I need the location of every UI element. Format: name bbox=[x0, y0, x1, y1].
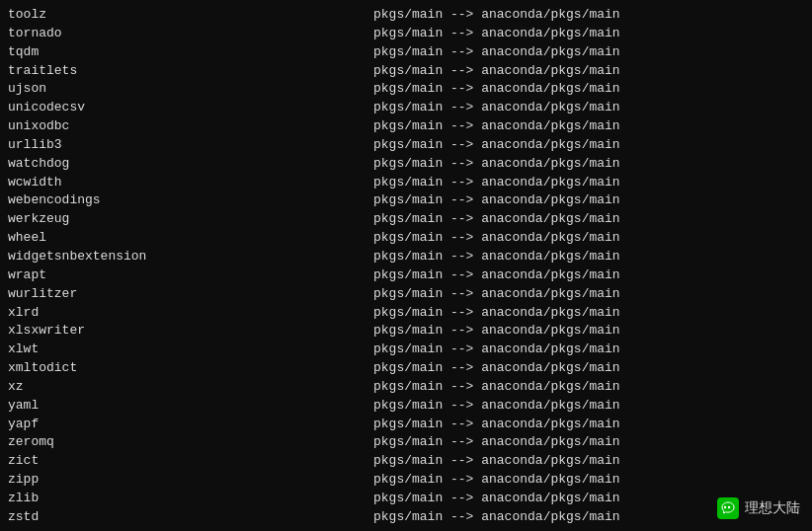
package-name: webencodings bbox=[8, 191, 373, 210]
package-name: unicodecsv bbox=[8, 99, 373, 117]
list-item: xlwtpkgs/main --> anaconda/pkgs/main bbox=[8, 341, 804, 359]
package-name: xlsxwriter bbox=[8, 322, 373, 341]
channel-info: pkgs/main --> anaconda/pkgs/main bbox=[373, 6, 620, 25]
channel-info: pkgs/main --> anaconda/pkgs/main bbox=[373, 341, 620, 359]
channel-info: pkgs/main --> anaconda/pkgs/main bbox=[373, 266, 620, 285]
list-item: webencodingspkgs/main --> anaconda/pkgs/… bbox=[8, 191, 804, 210]
channel-info: pkgs/main --> anaconda/pkgs/main bbox=[373, 508, 620, 527]
list-item: xlrdpkgs/main --> anaconda/pkgs/main bbox=[8, 304, 804, 323]
package-name: wcwidth bbox=[8, 174, 373, 192]
list-item: zipppkgs/main --> anaconda/pkgs/main bbox=[8, 471, 804, 490]
list-item: tqdmpkgs/main --> anaconda/pkgs/main bbox=[8, 43, 804, 62]
package-name: widgetsnbextension bbox=[8, 248, 373, 266]
package-name: zipp bbox=[8, 471, 373, 490]
package-name: toolz bbox=[8, 6, 373, 25]
package-name: watchdog bbox=[8, 155, 373, 174]
wechat-icon bbox=[717, 497, 739, 519]
terminal: toolzpkgs/main --> anaconda/pkgs/maintor… bbox=[0, 0, 812, 531]
channel-info: pkgs/main --> anaconda/pkgs/main bbox=[373, 471, 620, 490]
list-item: unicodecsvpkgs/main --> anaconda/pkgs/ma… bbox=[8, 99, 804, 117]
channel-info: pkgs/main --> anaconda/pkgs/main bbox=[373, 452, 620, 471]
channel-info: pkgs/main --> anaconda/pkgs/main bbox=[373, 416, 620, 434]
channel-info: pkgs/main --> anaconda/pkgs/main bbox=[373, 62, 620, 81]
package-name: wurlitzer bbox=[8, 285, 373, 304]
list-item: ujsonpkgs/main --> anaconda/pkgs/main bbox=[8, 80, 804, 99]
package-name: xmltodict bbox=[8, 359, 373, 378]
svg-point-0 bbox=[724, 506, 726, 508]
package-list: toolzpkgs/main --> anaconda/pkgs/maintor… bbox=[8, 6, 804, 527]
channel-info: pkgs/main --> anaconda/pkgs/main bbox=[373, 136, 620, 155]
list-item: xlsxwriterpkgs/main --> anaconda/pkgs/ma… bbox=[8, 322, 804, 341]
list-item: wheelpkgs/main --> anaconda/pkgs/main bbox=[8, 229, 804, 248]
channel-info: pkgs/main --> anaconda/pkgs/main bbox=[373, 490, 620, 508]
list-item: yamlpkgs/main --> anaconda/pkgs/main bbox=[8, 397, 804, 416]
package-name: zstd bbox=[8, 508, 373, 527]
package-name: zict bbox=[8, 452, 373, 471]
channel-info: pkgs/main --> anaconda/pkgs/main bbox=[373, 359, 620, 378]
package-name: zeromq bbox=[8, 433, 373, 452]
list-item: widgetsnbextensionpkgs/main --> anaconda… bbox=[8, 248, 804, 266]
package-name: traitlets bbox=[8, 62, 373, 81]
channel-info: pkgs/main --> anaconda/pkgs/main bbox=[373, 378, 620, 397]
list-item: wurlitzerpkgs/main --> anaconda/pkgs/mai… bbox=[8, 285, 804, 304]
watermark: 理想大陆 bbox=[717, 497, 800, 519]
channel-info: pkgs/main --> anaconda/pkgs/main bbox=[373, 25, 620, 43]
package-name: wrapt bbox=[8, 266, 373, 285]
channel-info: pkgs/main --> anaconda/pkgs/main bbox=[373, 285, 620, 304]
package-name: zlib bbox=[8, 490, 373, 508]
package-name: wheel bbox=[8, 229, 373, 248]
list-item: xzpkgs/main --> anaconda/pkgs/main bbox=[8, 378, 804, 397]
list-item: zictpkgs/main --> anaconda/pkgs/main bbox=[8, 452, 804, 471]
channel-info: pkgs/main --> anaconda/pkgs/main bbox=[373, 174, 620, 192]
channel-info: pkgs/main --> anaconda/pkgs/main bbox=[373, 43, 620, 62]
list-item: zeromqpkgs/main --> anaconda/pkgs/main bbox=[8, 433, 804, 452]
package-name: yaml bbox=[8, 397, 373, 416]
package-name: tornado bbox=[8, 25, 373, 43]
list-item: traitletspkgs/main --> anaconda/pkgs/mai… bbox=[8, 62, 804, 81]
channel-info: pkgs/main --> anaconda/pkgs/main bbox=[373, 397, 620, 416]
channel-info: pkgs/main --> anaconda/pkgs/main bbox=[373, 117, 620, 136]
list-item: wcwidthpkgs/main --> anaconda/pkgs/main bbox=[8, 174, 804, 192]
list-item: xmltodictpkgs/main --> anaconda/pkgs/mai… bbox=[8, 359, 804, 378]
list-item: wraptpkgs/main --> anaconda/pkgs/main bbox=[8, 266, 804, 285]
package-name: urllib3 bbox=[8, 136, 373, 155]
package-name: ujson bbox=[8, 80, 373, 99]
channel-info: pkgs/main --> anaconda/pkgs/main bbox=[373, 191, 620, 210]
channel-info: pkgs/main --> anaconda/pkgs/main bbox=[373, 304, 620, 323]
package-name: tqdm bbox=[8, 43, 373, 62]
list-item: werkzeugpkgs/main --> anaconda/pkgs/main bbox=[8, 210, 804, 229]
list-item: zlibpkgs/main --> anaconda/pkgs/main bbox=[8, 490, 804, 508]
package-name: unixodbc bbox=[8, 117, 373, 136]
watermark-text: 理想大陆 bbox=[745, 499, 800, 517]
package-name: werkzeug bbox=[8, 210, 373, 229]
package-name: yapf bbox=[8, 416, 373, 434]
channel-info: pkgs/main --> anaconda/pkgs/main bbox=[373, 155, 620, 174]
list-item: tornadopkgs/main --> anaconda/pkgs/main bbox=[8, 25, 804, 43]
list-item: zstdpkgs/main --> anaconda/pkgs/main bbox=[8, 508, 804, 527]
svg-point-1 bbox=[728, 506, 730, 508]
channel-info: pkgs/main --> anaconda/pkgs/main bbox=[373, 80, 620, 99]
package-name: xlwt bbox=[8, 341, 373, 359]
channel-info: pkgs/main --> anaconda/pkgs/main bbox=[373, 248, 620, 266]
channel-info: pkgs/main --> anaconda/pkgs/main bbox=[373, 229, 620, 248]
list-item: urllib3pkgs/main --> anaconda/pkgs/main bbox=[8, 136, 804, 155]
package-name: xz bbox=[8, 378, 373, 397]
package-name: xlrd bbox=[8, 304, 373, 323]
list-item: unixodbcpkgs/main --> anaconda/pkgs/main bbox=[8, 117, 804, 136]
channel-info: pkgs/main --> anaconda/pkgs/main bbox=[373, 210, 620, 229]
list-item: watchdogpkgs/main --> anaconda/pkgs/main bbox=[8, 155, 804, 174]
list-item: yapfpkgs/main --> anaconda/pkgs/main bbox=[8, 416, 804, 434]
channel-info: pkgs/main --> anaconda/pkgs/main bbox=[373, 322, 620, 341]
list-item: toolzpkgs/main --> anaconda/pkgs/main bbox=[8, 6, 804, 25]
channel-info: pkgs/main --> anaconda/pkgs/main bbox=[373, 433, 620, 452]
channel-info: pkgs/main --> anaconda/pkgs/main bbox=[373, 99, 620, 117]
